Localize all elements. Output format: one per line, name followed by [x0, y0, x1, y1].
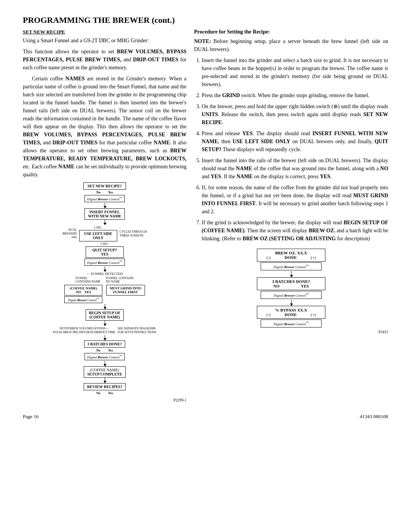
flow-coffee-name-ny: (COFFEE NAME)NO YES [64, 285, 102, 296]
flow-dbc-logo2: Digital Brewer Control™ [84, 259, 125, 266]
flow-quit-setup: QUIT SETUP?YES [86, 246, 124, 258]
flow-setup-complete: (COFFEE NAME)SETUP COMPLETE [84, 366, 125, 378]
flow-funnel-branches: FUNNELCONTAINS NAME FUNNEL CONTAINSNO NA… [76, 276, 134, 283]
flow-brew-oz: BREW OZ. XX.X (-) DONE (+) [257, 249, 325, 262]
flow-yes2: Yes [108, 348, 113, 352]
body2-text: Certain coffee NAMES are stored in the G… [23, 75, 186, 179]
intro-text: Using a Smart Funnel and a G9-2T DBC or … [23, 37, 186, 45]
flowchart-right: BREW OZ. XX.X (-) DONE (+) Digital Brewe… [194, 249, 388, 334]
flow-bypass: % BYPASS XX.X (-) DONE (+) [257, 306, 325, 319]
flow-no3: No [96, 391, 100, 395]
steps-list: Insert the funnel into the grinder and s… [202, 56, 388, 243]
flow-right-3batches: 3 BATCHES DONE? NO YES [257, 277, 325, 290]
page-title: PROGRAMMING THE BREWER (cont.) [23, 15, 388, 25]
section-title: SET NEW RECIPE [23, 29, 186, 35]
flowchart-left: SET NEW RECIPE? No Yes Digital Brewer Co… [23, 182, 186, 402]
flow-dbc-logo3: Digital Brewer Control™ [64, 296, 102, 303]
flow-see-separate: SEE SEPARATE DIAGRAMSFOR SETUP INSTRUCTI… [118, 327, 156, 335]
flow-review-recipes: REVIEW RECIPES? [84, 383, 126, 390]
flow-no2: No [96, 348, 100, 352]
flow-funnel-detected: ← FUNNEL DETECTED [86, 272, 123, 276]
step-6: If, for some reason, the name of the cof… [202, 184, 388, 216]
step-2: Press the GRIND switch. When the grinder… [202, 91, 388, 99]
page-footer: Page 16 41343 080108 [23, 414, 388, 420]
flow-3batches: 3 BATCHES DONE? [84, 340, 126, 348]
flow-dbc-logo4: Digital Brewer Control™ [84, 353, 125, 360]
right-section-title: Procedure for Setting the Recipe: [194, 29, 388, 35]
flow-must-grind: MUST GRIND INTOFUNNEL FIRST [106, 285, 145, 296]
part-number: 41343 080108 [360, 414, 388, 420]
flow-dual-label: DUALBREWERSonly [62, 228, 77, 239]
flow-right-pnumber: P2415 [194, 330, 388, 334]
flow-setup-brew: SETUP BREW VOLUMES BYPASS—PULSE BREW PRE… [53, 327, 115, 335]
step-4: Press and release YES. The display shoul… [202, 129, 388, 153]
flow-cycles-label: CYCLES THROUGHTHREE SCREENS [119, 230, 147, 237]
flow-dbc-logo1: Digital Brewer Control™ [84, 195, 125, 202]
flow-2sec2: 2 SEC. [100, 242, 109, 246]
flow-2sec1: 2 SEC. [94, 226, 103, 229]
flow-yes-label: Yes [108, 190, 113, 194]
step-7: If the grind is acknowledged by the brew… [202, 219, 388, 243]
flow-begin-setup: BEGIN SETUP OF(COFFEE NAME) [86, 309, 124, 321]
body1-text: This function allows the operator to set… [23, 48, 186, 72]
flow-insert-funnel: INSERT FUNNELWITH NEW NAME [84, 208, 125, 220]
flow-set-new-recipe: SET NEW RECIPE? [83, 182, 126, 190]
step-1: Insert the funnel into the grinder and s… [202, 56, 388, 88]
step-5: Insert the funnel into the rails of the … [202, 157, 388, 181]
flow-no-label: No [96, 190, 100, 194]
right-note1: NOTE: Before beginning setup, place a se… [194, 37, 388, 53]
flow-yes3: Yes [108, 391, 113, 395]
flow-left-pnumber: P2299-1 [23, 398, 186, 402]
page-number: Page 16 [23, 414, 39, 420]
flow-use-left: USE LEFT SIDEONLY [79, 230, 117, 241]
flow-right-dbc2: Digital Brewer Control™ [261, 291, 322, 299]
flow-right-dbc3: Digital Brewer Control™ [261, 320, 322, 328]
flow-right-dbc1: Digital Brewer Control™ [261, 262, 322, 270]
step-3: On the brewer, press and hold the upper … [202, 102, 388, 126]
